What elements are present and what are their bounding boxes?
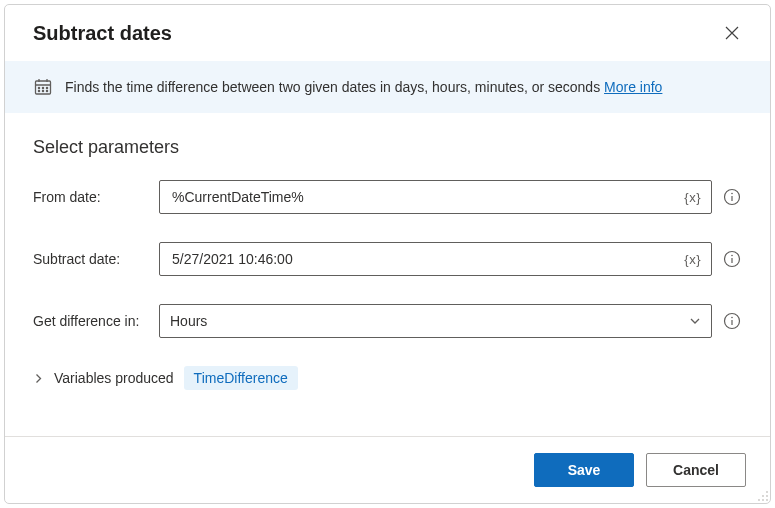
svg-point-5: [42, 87, 43, 88]
svg-point-23: [762, 499, 764, 501]
svg-point-8: [42, 90, 43, 91]
get-difference-label: Get difference in:: [33, 313, 159, 329]
subtract-dates-dialog: Subtract dates Finds the time difference…: [4, 4, 771, 504]
svg-point-19: [766, 491, 768, 493]
info-icon[interactable]: [722, 187, 742, 207]
svg-point-7: [38, 90, 39, 91]
variables-produced-label: Variables produced: [54, 370, 174, 386]
dialog-title: Subtract dates: [33, 22, 172, 45]
info-icon[interactable]: [722, 311, 742, 331]
svg-point-21: [766, 495, 768, 497]
close-button[interactable]: [718, 19, 746, 47]
calendar-icon: [33, 77, 53, 97]
svg-point-6: [46, 87, 47, 88]
from-date-label: From date:: [33, 189, 159, 205]
svg-point-12: [731, 193, 733, 195]
dialog-header: Subtract dates: [5, 5, 770, 61]
dialog-body: Select parameters From date: {x} Subtrac…: [5, 113, 770, 436]
svg-point-4: [38, 87, 39, 88]
svg-point-24: [766, 499, 768, 501]
subtract-date-input-wrap[interactable]: {x}: [159, 242, 712, 276]
dialog-footer: Save Cancel: [5, 436, 770, 503]
info-banner: Finds the time difference between two gi…: [5, 61, 770, 113]
svg-point-9: [46, 90, 47, 91]
variables-produced-row: Variables produced TimeDifference: [33, 366, 742, 390]
more-info-link[interactable]: More info: [604, 79, 662, 95]
chevron-down-icon: [689, 315, 701, 327]
svg-point-22: [758, 499, 760, 501]
from-date-input-wrap[interactable]: {x}: [159, 180, 712, 214]
svg-point-18: [731, 317, 733, 319]
variable-picker-icon[interactable]: {x}: [682, 190, 703, 205]
variable-picker-icon[interactable]: {x}: [682, 252, 703, 267]
save-button[interactable]: Save: [534, 453, 634, 487]
close-icon: [725, 26, 739, 40]
from-date-row: From date: {x}: [33, 180, 742, 214]
subtract-date-row: Subtract date: {x}: [33, 242, 742, 276]
get-difference-row: Get difference in: Hours: [33, 304, 742, 338]
subtract-date-input[interactable]: [170, 250, 682, 268]
from-date-input[interactable]: [170, 188, 682, 206]
variable-pill-timedifference[interactable]: TimeDifference: [184, 366, 298, 390]
cancel-button[interactable]: Cancel: [646, 453, 746, 487]
variables-expand-toggle[interactable]: [33, 373, 44, 384]
svg-point-20: [762, 495, 764, 497]
banner-text: Finds the time difference between two gi…: [65, 79, 662, 95]
section-title: Select parameters: [33, 137, 742, 158]
resize-grip-icon[interactable]: [757, 490, 769, 502]
get-difference-value: Hours: [170, 313, 207, 329]
get-difference-select[interactable]: Hours: [159, 304, 712, 338]
svg-point-15: [731, 255, 733, 257]
info-icon[interactable]: [722, 249, 742, 269]
subtract-date-label: Subtract date:: [33, 251, 159, 267]
